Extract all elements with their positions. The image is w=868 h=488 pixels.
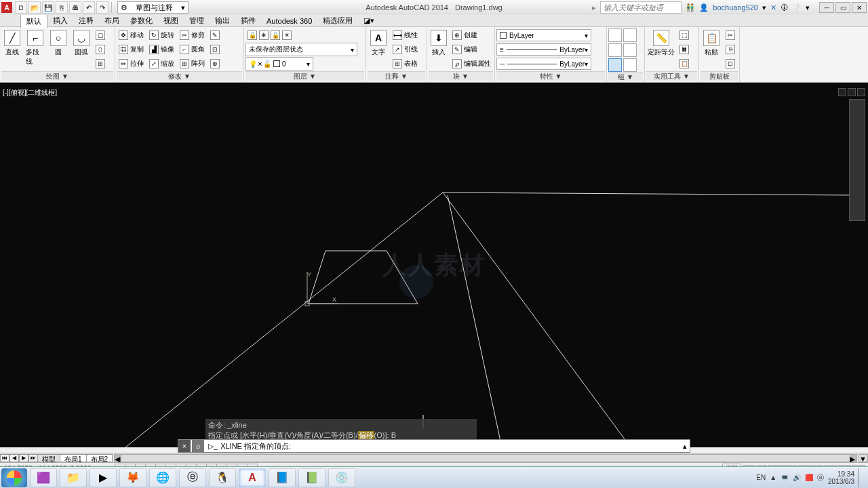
vscroll-down-icon[interactable]: ▼	[859, 454, 868, 462]
panel-block-title[interactable]: 块 ▼	[429, 71, 493, 81]
model-canvas[interactable]: X Y	[0, 83, 868, 447]
block-insert-button[interactable]: ⬇插入	[429, 28, 449, 58]
panel-annot-title[interactable]: 注释 ▼	[368, 71, 425, 81]
tab-next-icon[interactable]: ▶	[19, 454, 28, 462]
tray-a-icon[interactable]: ⓐ	[817, 473, 824, 483]
tray-vol-icon[interactable]: 🔊	[793, 474, 801, 481]
tab-featured[interactable]: 精选应用	[317, 14, 358, 27]
text-button[interactable]: A文字	[368, 28, 389, 58]
ribbon-collapse-icon[interactable]: ◪▾	[363, 16, 374, 25]
cmdline-opts-icon[interactable]: ⌕	[192, 440, 204, 452]
panel-groups-title[interactable]: 组 ▼	[608, 72, 643, 81]
group4-icon[interactable]	[623, 43, 637, 57]
qat-saveas-icon[interactable]: ⎘	[56, 1, 68, 14]
block-edit-button[interactable]: ✎编辑	[450, 43, 493, 56]
modify-ex3-icon[interactable]: ⊕	[208, 57, 222, 70]
qat-open-icon[interactable]: 📂	[28, 1, 41, 14]
qat-new-icon[interactable]: 🗋	[15, 1, 27, 14]
fillet-button[interactable]: ⌐圆角	[178, 43, 207, 56]
util2-icon[interactable]: 🖩	[677, 43, 691, 56]
tab-output[interactable]: 输出	[210, 14, 235, 27]
group6-icon[interactable]	[623, 58, 637, 72]
tb-app3-icon[interactable]: 📗	[298, 468, 326, 487]
trim-button[interactable]: ✂修剪	[178, 28, 207, 42]
tab-default[interactable]: 默认	[20, 14, 47, 28]
polyline-button[interactable]: ⌐多段线	[24, 28, 46, 68]
cmdline-close-icon[interactable]: ×	[178, 440, 191, 452]
exchange-icon[interactable]: ✕	[770, 3, 776, 12]
start-button[interactable]	[1, 468, 27, 487]
tb-firefox-icon[interactable]: 🦊	[119, 468, 146, 487]
stayconnected-icon[interactable]: 🛈	[781, 3, 788, 12]
leader-button[interactable]: ↗引线	[391, 43, 420, 56]
mirror-button[interactable]: ▟镜像	[147, 43, 176, 56]
vp-max-icon[interactable]	[848, 88, 856, 96]
group2-icon[interactable]	[623, 28, 637, 42]
viewport-label[interactable]: [-][俯视][二维线框]	[3, 88, 57, 98]
layer-t1-icon[interactable]: 🔓	[248, 30, 257, 40]
tab-insert[interactable]: 插入	[47, 14, 73, 27]
qat-redo-icon[interactable]: ↷	[96, 1, 108, 14]
tab-parametric[interactable]: 参数化	[125, 14, 158, 27]
model-tab[interactable]: 模型	[37, 454, 60, 462]
layer-t2-icon[interactable]: ❄	[259, 30, 269, 40]
linetype-dropdown[interactable]: ─ByLayer▾	[496, 58, 591, 70]
paste-button[interactable]: 📋粘贴	[701, 28, 722, 58]
line-button[interactable]: ╱直线	[1, 28, 23, 58]
ime-indicator[interactable]: EN	[756, 474, 766, 481]
panel-clip-title[interactable]: 剪贴板	[701, 71, 738, 81]
measure-button[interactable]: 📏定距等分	[646, 28, 676, 58]
group3-icon[interactable]	[608, 43, 622, 57]
move-button[interactable]: ✥移动	[117, 28, 146, 42]
util1-icon[interactable]: ⬚	[677, 28, 691, 42]
block-attr-button[interactable]: ℘编辑属性	[450, 57, 493, 70]
lineweight-dropdown[interactable]: ≡ByLayer▾	[496, 43, 591, 56]
panel-props-title[interactable]: 特性 ▼	[496, 71, 605, 81]
linear-dim-button[interactable]: ⟷线性	[391, 28, 420, 42]
group1-icon[interactable]	[608, 28, 622, 42]
tb-explorer-icon[interactable]: 📁	[60, 468, 87, 487]
infocenter-icon[interactable]: 👬	[686, 3, 695, 12]
panel-draw-title[interactable]: 绘图 ▼	[1, 71, 113, 81]
layer-t4-icon[interactable]: ☀	[282, 30, 292, 40]
color-dropdown[interactable]: ByLayer▾	[496, 29, 591, 41]
app-logo[interactable]: A	[1, 2, 12, 13]
tab-manage[interactable]: 管理	[184, 14, 210, 27]
layer-state-dropdown[interactable]: 未保存的图层状态▾	[245, 43, 357, 56]
tab-annotate[interactable]: 注释	[73, 14, 99, 27]
tb-app4-icon[interactable]: 💿	[328, 468, 355, 487]
circle-button[interactable]: ○圆	[47, 28, 69, 58]
tab-last-icon[interactable]: ⏭	[28, 454, 38, 462]
scale-button[interactable]: ⤢缩放	[147, 57, 176, 70]
cmdline-history-icon[interactable]: ▴	[683, 442, 687, 451]
command-line[interactable]: × ⌕ ▷_ XLINE 指定角的顶点: ▴	[178, 439, 690, 453]
draw-misc2-icon[interactable]: ⬯	[94, 43, 107, 56]
tb-chrome-icon[interactable]: 🌐	[149, 468, 176, 487]
tab-view[interactable]: 视图	[158, 14, 184, 27]
show-desktop-button[interactable]	[859, 468, 864, 487]
match-icon[interactable]: ⊡	[724, 57, 737, 70]
copy-clip-icon[interactable]: ⎘	[724, 43, 737, 56]
layer-dropdown[interactable]: 💡☀🔓0▾	[245, 57, 313, 70]
tab-plugins[interactable]: 插件	[235, 14, 261, 27]
qat-save-icon[interactable]: 💾	[42, 1, 54, 14]
tab-layout[interactable]: 布局	[99, 14, 125, 27]
array-button[interactable]: ⊞阵列	[178, 57, 207, 70]
stretch-button[interactable]: ⇔拉伸	[117, 57, 146, 70]
layer-t3-icon[interactable]: 🔒	[271, 30, 280, 40]
modify-ex2-icon[interactable]: ⊡	[208, 43, 222, 56]
layout1-tab[interactable]: 布局1	[60, 454, 87, 462]
group5-icon[interactable]	[608, 58, 622, 72]
rotate-button[interactable]: ↻旋转	[147, 28, 176, 42]
help-icon[interactable]: ❔	[792, 3, 802, 12]
workspace-dropdown[interactable]: ⚙草图与注释▾	[117, 1, 189, 14]
panel-utils-title[interactable]: 实用工具 ▼	[646, 71, 697, 81]
panel-modify-title[interactable]: 修改 ▼	[117, 71, 242, 81]
nav-bar[interactable]	[849, 99, 865, 221]
horizontal-scrollbar[interactable]: ◀▶	[114, 454, 857, 462]
util3-icon[interactable]: 📋	[677, 57, 691, 70]
draw-misc3-icon[interactable]: ⊞	[94, 57, 107, 70]
copy-button[interactable]: ⿻复制	[117, 43, 146, 56]
tb-autocad-icon[interactable]: A	[239, 468, 266, 487]
tray-time[interactable]: 19:34	[828, 470, 854, 478]
